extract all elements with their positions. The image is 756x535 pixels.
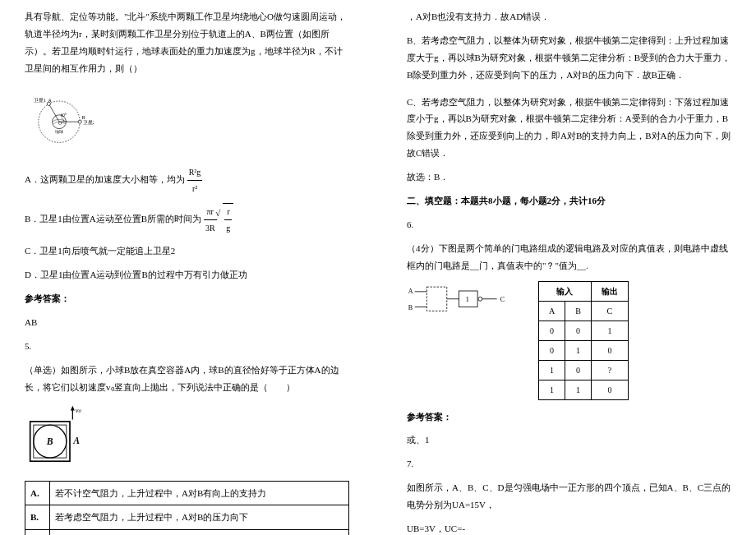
- svg-text:O: O: [58, 121, 62, 125]
- cont-p2: B、若考虑空气阻力，以整体为研究对象，根据牛顿第二定律得到：上升过程加速度大于g…: [407, 32, 731, 84]
- right-column: ，A对B也没有支持力．故AD错误． B、若考虑空气阻力，以整体为研究对象，根据牛…: [399, 8, 731, 527]
- cont-p1: ，A对B也没有支持力．故AD错误．: [407, 8, 731, 25]
- q5-intro: （单选）如图所示，小球B放在真空容器A内，球B的直径恰好等于正方体A的边长，将它…: [25, 362, 349, 396]
- q6-intro: （4分）下图是两个简单的门电路组成的逻辑电路及对应的真值表，则电路中虚线框内的门…: [407, 240, 731, 274]
- q7-line2: UB=3V，UC=-: [407, 520, 731, 535]
- logic-circuit: A B 1 C: [407, 281, 514, 322]
- q4-intro: 具有导航、定位等功能。"北斗"系统中两颗工作卫星均绕地心O做匀速圆周运动，轨道半…: [25, 8, 349, 77]
- q7-number: 7.: [407, 455, 731, 473]
- q4-answer-label: 参考答案：: [25, 290, 349, 307]
- svg-point-24: [478, 297, 482, 301]
- q7-line1: 如图所示，A、B、C、D是匀强电场中一正方形的四个顶点，已知A、B、C三点的电势…: [407, 479, 731, 514]
- q5-number: 5.: [25, 338, 349, 355]
- section-2-heading: 二、填空题：本题共8小题，每小题2分，共计16分: [407, 192, 731, 210]
- svg-text:B: B: [408, 303, 413, 311]
- q5-box-figure: B A v₀: [25, 403, 349, 474]
- svg-text:v₀: v₀: [76, 407, 82, 414]
- svg-line-2: [48, 104, 59, 122]
- box-diagram: B A v₀: [25, 403, 107, 468]
- q4-orbit-figure: 卫星1 A B 卫星2 60° 地球 O: [25, 84, 349, 159]
- svg-marker-15: [71, 405, 75, 410]
- sat2-label: 卫星2: [83, 119, 94, 124]
- svg-point-4: [47, 102, 50, 105]
- svg-text:A: A: [408, 288, 413, 295]
- svg-text:A: A: [72, 436, 80, 446]
- svg-text:A: A: [48, 97, 53, 102]
- sat1-label: 卫星1: [34, 97, 46, 102]
- svg-text:B: B: [46, 436, 53, 447]
- q6-figure-row: A B 1 C 输入输出 A B C 001 010 10? 110: [407, 281, 731, 400]
- table-row: B.若考虑空气阻力，上升过程中，A对B的压力向下: [25, 505, 349, 530]
- q4-option-d: D．卫星1由位置A运动到位置B的过程中万有引力做正功: [25, 266, 349, 284]
- q4-option-a: A．这两颗卫星的加速度大小相等，均为 R²g r²: [25, 164, 349, 196]
- q4-answer: AB: [25, 314, 349, 331]
- svg-point-5: [78, 120, 81, 123]
- svg-rect-21: [426, 287, 446, 311]
- q6-answer-label: 参考答案：: [407, 408, 731, 426]
- q6-number: 6.: [407, 216, 731, 233]
- earth-label: 地球: [54, 129, 63, 134]
- truth-table: 输入输出 A B C 001 010 10? 110: [538, 281, 629, 400]
- q4-option-c: C．卫星1向后喷气就一定能追上卫星2: [25, 242, 349, 260]
- table-row: A.若不计空气阻力，上升过程中，A对B有向上的支持力: [25, 481, 349, 505]
- svg-text:1: 1: [466, 295, 469, 303]
- q5-options-table: A.若不计空气阻力，上升过程中，A对B有向上的支持力 B.若考虑空气阻力，上升过…: [25, 481, 349, 535]
- q6-answer: 或、1: [407, 431, 731, 449]
- left-column: 具有导航、定位等功能。"北斗"系统中两颗工作卫星均绕地心O做匀速圆周运动，轨道半…: [25, 8, 357, 527]
- table-row: C.若考虑空气阻力，下落过程中，B对A的压力向上: [25, 530, 349, 535]
- svg-text:C: C: [500, 296, 505, 303]
- cont-p3: C、若考虑空气阻力，以整体为研究对象，根据牛顿第二定律得到：下落过程加速度小于g…: [407, 94, 731, 163]
- orbit-diagram: 卫星1 A B 卫星2 60° 地球 O: [25, 84, 94, 153]
- q4-option-b: B．卫星1由位置A运动至位置B所需的时间为 πr 3R r g: [25, 203, 349, 236]
- angle-label: 60°: [61, 113, 67, 118]
- cont-p4: 故选：B．: [407, 168, 731, 186]
